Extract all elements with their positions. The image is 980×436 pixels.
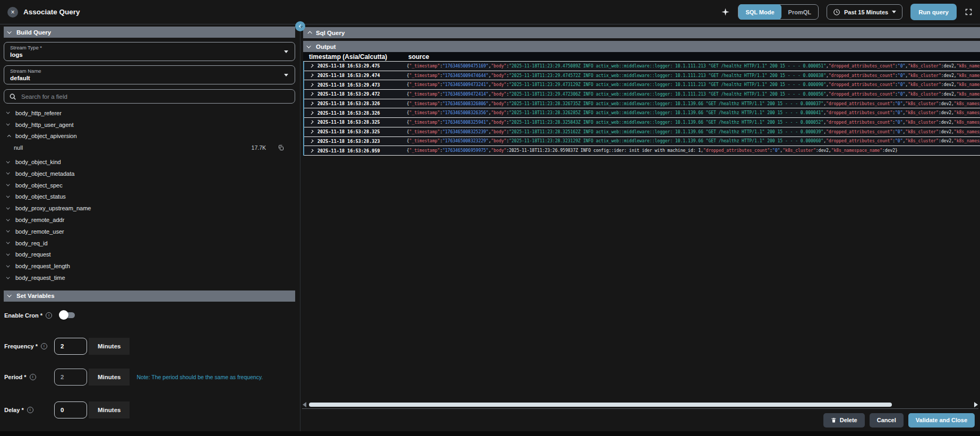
- expand-row-icon[interactable]: [311, 102, 313, 105]
- chevron-icon: [6, 122, 10, 126]
- field-row[interactable]: body_req_id: [0, 237, 300, 249]
- expand-row-icon[interactable]: [311, 140, 313, 143]
- sql-query-header[interactable]: Sql Query: [303, 27, 980, 38]
- enable-cron-label-text: Enable Cron *: [4, 312, 42, 319]
- frequency-input[interactable]: [54, 338, 87, 355]
- caret-down-icon: [284, 50, 288, 53]
- time-range-dropdown[interactable]: Past 15 Minutes: [827, 4, 902, 20]
- delete-button[interactable]: Delete: [823, 413, 865, 428]
- close-icon[interactable]: [7, 7, 18, 18]
- validate-and-close-button[interactable]: Validate and Close: [908, 413, 975, 428]
- scrollbar-thumb[interactable]: [309, 403, 892, 407]
- period-input[interactable]: [54, 369, 87, 386]
- log-row[interactable]: 2025-11-18 16:53:26.959 {"_timestamp":"1…: [304, 146, 980, 156]
- enable-cron-toggle[interactable]: [61, 312, 75, 318]
- chevron-down-icon: [306, 44, 311, 48]
- collapse-panel-icon[interactable]: [295, 21, 305, 31]
- expand-row-icon[interactable]: [311, 149, 313, 152]
- field-search-input[interactable]: [20, 93, 290, 100]
- chevron-icon: [6, 171, 10, 175]
- chevron-icon: [6, 110, 10, 114]
- expand-row-icon[interactable]: [311, 64, 313, 67]
- clock-icon: [833, 8, 840, 16]
- log-row[interactable]: 2025-11-18 16:53:28.325 {"_timestamp":"1…: [304, 118, 980, 127]
- period-unit: Minutes: [89, 369, 130, 386]
- log-row[interactable]: 2025-11-18 16:53:28.326 {"_timestamp":"1…: [304, 108, 980, 118]
- scroll-left-icon[interactable]: [303, 402, 306, 407]
- output-table-body: 2025-11-18 16:53:29.475 {"_timestamp":"1…: [303, 61, 980, 156]
- info-icon: [27, 407, 33, 413]
- log-source: {"_timestamp":"1763465008323229","body":…: [407, 139, 980, 143]
- expand-row-icon[interactable]: [311, 83, 313, 87]
- sparkle-icon[interactable]: [721, 7, 730, 16]
- field-row[interactable]: body_object_spec: [0, 179, 300, 191]
- expand-row-icon[interactable]: [311, 112, 313, 115]
- log-source: {"_timestamp":"1763465008325941","body":…: [407, 120, 980, 125]
- field-name: body_object_status: [15, 193, 66, 200]
- expand-row-icon[interactable]: [311, 121, 313, 124]
- bottom-strip: [0, 431, 980, 436]
- log-row[interactable]: 2025-11-18 16:53:29.474 {"_timestamp":"1…: [304, 71, 980, 81]
- log-timestamp: 2025-11-18 16:53:28.326: [317, 110, 407, 116]
- field-row[interactable]: body_request_length: [0, 260, 300, 272]
- fullscreen-icon[interactable]: [965, 8, 973, 16]
- log-row[interactable]: 2025-11-18 16:53:29.473 {"_timestamp":"1…: [304, 80, 980, 90]
- field-row[interactable]: body_object_status: [0, 191, 300, 203]
- stream-type-select[interactable]: Stream Type * logs: [4, 42, 295, 61]
- scroll-right-icon[interactable]: [974, 402, 978, 407]
- log-source: {"_timestamp":"1763465006959975","body":…: [407, 148, 980, 153]
- delay-label-text: Delay *: [4, 407, 24, 413]
- build-query-title: Build Query: [16, 29, 51, 36]
- period-row: Period * Minutes Note: The period should…: [4, 369, 296, 386]
- cancel-button[interactable]: Cancel: [870, 413, 904, 428]
- sql-mode-button[interactable]: SQL Mode: [738, 4, 781, 20]
- set-variables-form: Enable Cron * Frequency * Minutes Pe: [0, 302, 300, 418]
- horizontal-scrollbar: [302, 401, 978, 409]
- output-header[interactable]: Output: [303, 41, 980, 52]
- log-row[interactable]: 2025-11-18 16:53:29.472 {"_timestamp":"1…: [304, 90, 980, 99]
- chevron-left-icon: [299, 24, 303, 28]
- delay-row: Delay * Minutes: [4, 401, 296, 418]
- expand-row-icon[interactable]: [311, 130, 313, 133]
- frequency-unit: Minutes: [89, 338, 130, 355]
- field-row[interactable]: body_object_kind: [0, 156, 300, 168]
- field-row[interactable]: body_request_time: [0, 272, 300, 284]
- expand-row-icon[interactable]: [311, 74, 313, 77]
- info-icon: [46, 312, 52, 319]
- chevron-icon: [6, 206, 10, 209]
- scrollbar-track[interactable]: [309, 403, 972, 407]
- field-row[interactable]: body_remote_user: [0, 226, 300, 237]
- build-query-panel: Build Query Stream Type * logs Stream Na…: [0, 24, 300, 431]
- build-query-header[interactable]: Build Query: [4, 27, 295, 38]
- chevron-icon: [6, 159, 10, 163]
- field-row[interactable]: body_request: [0, 249, 300, 261]
- field-row[interactable]: body_http_referer: [0, 107, 300, 119]
- expand-row-icon[interactable]: [311, 92, 313, 96]
- log-row[interactable]: 2025-11-18 16:53:28.326 {"_timestamp":"1…: [304, 99, 980, 109]
- period-note: Note: The period should be the same as f…: [136, 374, 263, 380]
- delete-button-label: Delete: [840, 417, 857, 423]
- stream-name-select[interactable]: Stream Name default: [4, 65, 295, 84]
- field-search: [4, 89, 295, 104]
- log-row[interactable]: 2025-11-18 16:53:29.475 {"_timestamp":"1…: [304, 62, 980, 71]
- period-label: Period *: [4, 374, 54, 380]
- field-row[interactable]: body_http_user_agent: [0, 119, 300, 131]
- field-row[interactable]: body_remote_addr: [0, 214, 300, 226]
- delay-label: Delay *: [4, 407, 54, 413]
- log-source: {"_timestamp":"1763465009472414","body":…: [407, 92, 980, 97]
- caret-down-icon: [892, 11, 896, 13]
- field-name: body_object_metadata: [15, 170, 74, 177]
- set-variables-header[interactable]: Set Variables: [4, 290, 295, 302]
- field-row[interactable]: body_object_metadata: [0, 168, 300, 179]
- promql-button[interactable]: PromQL: [781, 4, 818, 20]
- field-name: body_request_time: [15, 275, 65, 281]
- delay-input[interactable]: [54, 401, 87, 418]
- run-query-button[interactable]: Run query: [910, 4, 957, 20]
- log-row[interactable]: 2025-11-18 16:53:28.323 {"_timestamp":"1…: [304, 137, 980, 147]
- log-row[interactable]: 2025-11-18 16:53:28.325 {"_timestamp":"1…: [304, 127, 980, 137]
- copy-icon[interactable]: [278, 144, 284, 151]
- field-row[interactable]: body_object_apiversion: [0, 131, 300, 142]
- field-row[interactable]: body_proxy_upstream_name: [0, 202, 300, 214]
- search-icon: [9, 93, 16, 100]
- trash-icon: [831, 417, 837, 423]
